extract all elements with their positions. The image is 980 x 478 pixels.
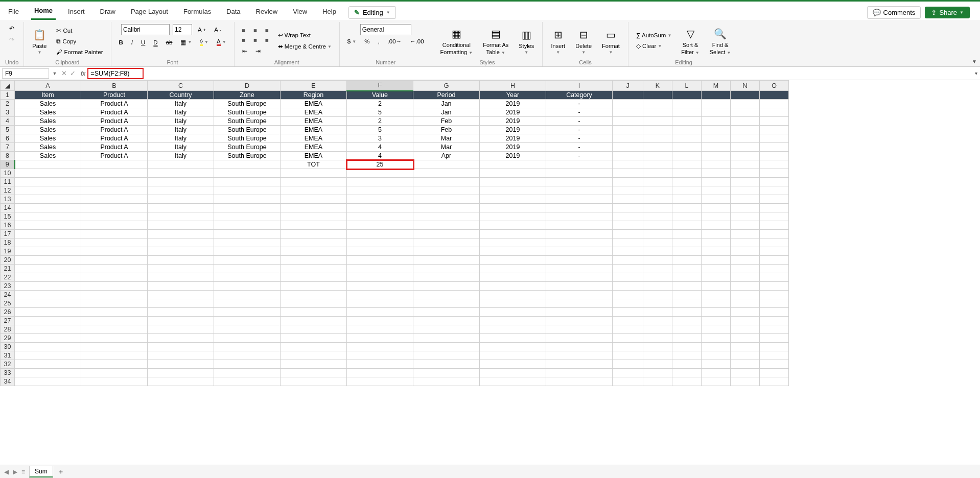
cell[interactable]: Category (546, 91, 613, 100)
next-sheet-button[interactable]: ▶ (13, 468, 17, 475)
decrease-indent-button[interactable]: ⇤ (240, 46, 250, 56)
cell[interactable] (613, 369, 643, 377)
cell[interactable] (613, 221, 643, 230)
cell[interactable] (672, 160, 702, 169)
cell[interactable] (81, 169, 148, 178)
cell[interactable] (281, 273, 347, 282)
row-header[interactable]: 27 (1, 317, 15, 325)
cell[interactable] (760, 299, 789, 308)
cell[interactable] (731, 212, 760, 221)
cell[interactable] (148, 334, 214, 343)
tab-formulas[interactable]: Formulas (180, 6, 214, 19)
cell[interactable] (643, 308, 672, 317)
tab-draw[interactable]: Draw (97, 6, 119, 19)
cell[interactable] (347, 256, 413, 265)
cell[interactable]: Item (15, 91, 81, 100)
cell[interactable] (731, 282, 760, 291)
cell[interactable] (480, 186, 546, 195)
cell[interactable] (702, 169, 731, 178)
cell[interactable] (760, 238, 789, 247)
cell[interactable] (731, 299, 760, 308)
cell[interactable] (281, 247, 347, 256)
row-header[interactable]: 29 (1, 334, 15, 343)
cell[interactable] (413, 169, 480, 178)
cell[interactable] (148, 169, 214, 178)
align-right-button[interactable]: ≡ (263, 36, 271, 44)
fill-color-button[interactable]: ◊▼ (197, 37, 211, 47)
cell[interactable] (702, 126, 731, 134)
cell[interactable] (480, 325, 546, 334)
cell[interactable] (214, 317, 281, 325)
cell[interactable] (15, 360, 81, 369)
font-size-select[interactable] (173, 24, 192, 35)
row-header[interactable]: 9 (1, 160, 15, 169)
cell[interactable] (480, 221, 546, 230)
increase-font-button[interactable]: A+ (195, 26, 208, 34)
undo-button[interactable]: ↶ (7, 24, 17, 33)
cell[interactable]: Year (480, 91, 546, 100)
cell[interactable]: - (546, 108, 613, 117)
cell[interactable] (672, 317, 702, 325)
all-sheets-button[interactable]: ≡ (21, 468, 25, 475)
align-bottom-button[interactable]: ≡ (263, 26, 271, 34)
cell[interactable] (214, 369, 281, 377)
sheet-tab[interactable]: Sum (29, 466, 53, 477)
cell[interactable] (347, 247, 413, 256)
cell[interactable] (347, 317, 413, 325)
cell[interactable] (546, 360, 613, 369)
cell[interactable]: Value (347, 91, 413, 100)
cell[interactable]: 5 (347, 108, 413, 117)
tab-page-layout[interactable]: Page Layout (128, 6, 171, 19)
cell[interactable] (281, 256, 347, 265)
cell[interactable] (613, 256, 643, 265)
cell[interactable] (760, 178, 789, 186)
cell[interactable]: EMEA (281, 152, 347, 160)
cell[interactable] (731, 238, 760, 247)
font-color-button[interactable]: A▼ (214, 37, 229, 47)
cell[interactable] (148, 238, 214, 247)
cell[interactable] (81, 377, 148, 386)
cell[interactable] (546, 273, 613, 282)
cell[interactable] (760, 152, 789, 160)
cell[interactable] (546, 317, 613, 325)
cell[interactable] (413, 160, 480, 169)
cell[interactable] (281, 334, 347, 343)
cell[interactable] (281, 299, 347, 308)
cell[interactable] (281, 325, 347, 334)
cell[interactable] (81, 247, 148, 256)
cell[interactable] (347, 291, 413, 299)
cell[interactable] (148, 360, 214, 369)
cell[interactable] (413, 238, 480, 247)
cell[interactable] (672, 299, 702, 308)
cell[interactable] (643, 317, 672, 325)
cell[interactable] (672, 178, 702, 186)
cell[interactable] (731, 377, 760, 386)
cell[interactable] (546, 230, 613, 238)
cell[interactable] (613, 152, 643, 160)
cell[interactable] (480, 247, 546, 256)
cell[interactable] (760, 351, 789, 360)
cell[interactable] (413, 186, 480, 195)
cell[interactable]: Product A (81, 100, 148, 108)
cell[interactable] (702, 160, 731, 169)
cell[interactable] (643, 91, 672, 100)
row-header[interactable]: 19 (1, 247, 15, 256)
cell[interactable] (702, 247, 731, 256)
cell[interactable] (15, 195, 81, 204)
row-header[interactable]: 24 (1, 291, 15, 299)
row-header[interactable]: 21 (1, 265, 15, 273)
row-header[interactable]: 30 (1, 343, 15, 351)
cell[interactable] (731, 230, 760, 238)
cell[interactable] (760, 117, 789, 126)
cell[interactable] (347, 178, 413, 186)
row-header[interactable]: 28 (1, 325, 15, 334)
row-header[interactable]: 25 (1, 299, 15, 308)
cell[interactable] (760, 126, 789, 134)
cell[interactable] (81, 238, 148, 247)
format-painter-button[interactable]: 🖌Format Painter (54, 48, 105, 56)
cell[interactable] (214, 282, 281, 291)
cell[interactable] (15, 282, 81, 291)
cell[interactable] (643, 169, 672, 178)
cell[interactable] (81, 351, 148, 360)
cell[interactable] (347, 299, 413, 308)
